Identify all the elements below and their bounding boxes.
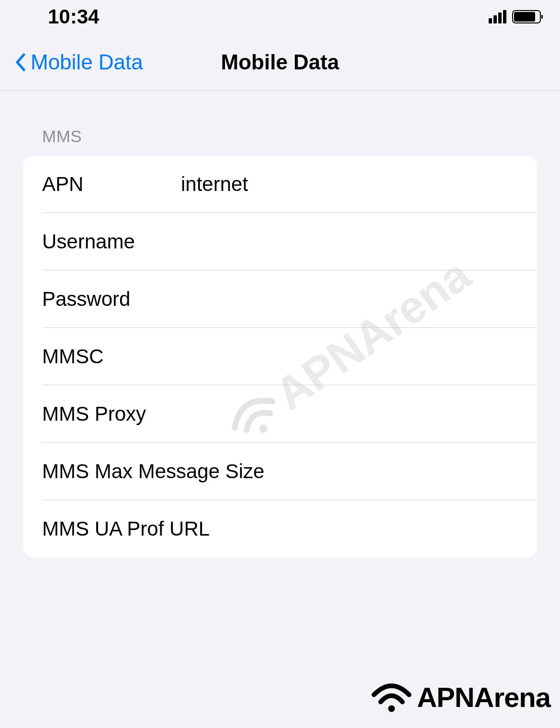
username-label: Username (42, 230, 181, 253)
battery-icon (512, 10, 541, 23)
password-label: Password (42, 288, 181, 311)
apn-row[interactable]: APN (23, 156, 537, 213)
section-header-mms: MMS (23, 91, 537, 156)
back-button[interactable]: Mobile Data (14, 50, 143, 74)
username-row[interactable]: Username (23, 213, 537, 270)
password-input[interactable] (181, 288, 518, 311)
footer-text: APNArena (417, 681, 550, 713)
apn-label: APN (42, 173, 181, 196)
wifi-icon (370, 680, 413, 714)
signal-icon (489, 10, 506, 23)
mms-ua-prof-label: MMS UA Prof URL (42, 517, 210, 540)
password-row[interactable]: Password (23, 270, 537, 328)
mms-ua-prof-row[interactable]: MMS UA Prof URL (23, 500, 537, 558)
mms-max-size-row[interactable]: MMS Max Message Size (23, 443, 537, 500)
back-label: Mobile Data (31, 50, 143, 74)
status-time: 10:34 (48, 5, 99, 28)
page-title: Mobile Data (221, 50, 339, 74)
chevron-left-icon (14, 53, 26, 72)
svg-point-1 (388, 706, 395, 712)
mmsc-input[interactable] (181, 345, 518, 368)
mms-max-size-label: MMS Max Message Size (42, 460, 264, 483)
status-indicators (489, 10, 541, 23)
navigation-bar: Mobile Data Mobile Data (0, 34, 560, 91)
settings-group: APN Username Password MMSC MMS Proxy MMS… (23, 156, 537, 558)
mmsc-row[interactable]: MMSC (23, 328, 537, 385)
mmsc-label: MMSC (42, 345, 181, 368)
mms-proxy-input[interactable] (181, 403, 518, 426)
mms-proxy-row[interactable]: MMS Proxy (23, 385, 537, 443)
apn-input[interactable] (181, 173, 518, 196)
mms-proxy-label: MMS Proxy (42, 403, 181, 426)
footer-logo: APNArena (370, 680, 550, 714)
content-area: MMS APN Username Password MMSC MMS Proxy (0, 91, 560, 558)
status-bar: 10:34 (0, 0, 560, 34)
username-input[interactable] (181, 230, 518, 253)
